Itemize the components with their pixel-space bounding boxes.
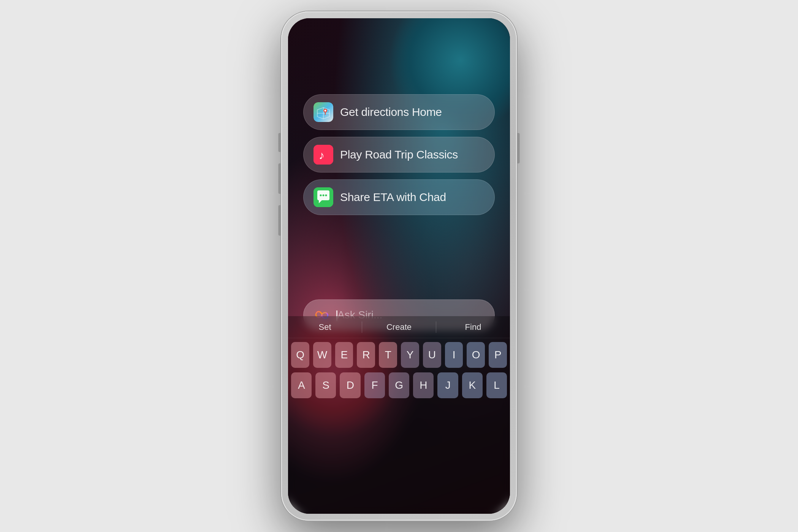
key-j[interactable]: J [437,372,458,398]
suggestion-play-music[interactable]: ♪ Play Road Trip Classics [303,137,495,173]
key-d[interactable]: D [340,372,360,398]
keyboard-keys: Q W E R T Y U I O P A S D F G [288,338,510,398]
suggestion-music-label: Play Road Trip Classics [340,148,458,161]
svg-point-7 [323,195,325,196]
key-t[interactable]: T [379,342,397,368]
key-i[interactable]: I [445,342,463,368]
keyboard-suggestion-set[interactable]: Set [288,316,362,338]
phone-screen: Get directions Home ♪ Play Road Trip Cla… [288,18,510,514]
keyboard-container: Set Create Find Q W E R T Y U I O [288,316,510,514]
phone-device: Get directions Home ♪ Play Road Trip Cla… [281,11,517,521]
keyboard-row-2: A S D F G H J K L [291,372,507,398]
keyboard-suggestions-row: Set Create Find [288,316,510,338]
key-r[interactable]: R [357,342,375,368]
keyboard-suggestion-find[interactable]: Find [436,316,510,338]
music-app-icon: ♪ [314,145,333,165]
key-a[interactable]: A [291,372,312,398]
svg-point-8 [325,195,327,196]
svg-point-2 [325,110,326,112]
mute-switch[interactable] [278,205,281,236]
key-g[interactable]: G [389,372,409,398]
key-u[interactable]: U [423,342,441,368]
key-w[interactable]: W [313,342,331,368]
svg-point-6 [320,195,322,196]
volume-up-button[interactable] [278,133,281,152]
keyboard-suggestion-create[interactable]: Create [362,316,436,338]
volume-down-button[interactable] [278,163,281,194]
key-y[interactable]: Y [401,342,419,368]
key-l[interactable]: L [486,372,507,398]
suggestion-get-directions[interactable]: Get directions Home [303,94,495,130]
maps-app-icon [314,102,333,122]
key-q[interactable]: Q [291,342,309,368]
key-o[interactable]: O [467,342,485,368]
suggestion-share-eta[interactable]: Share ETA with Chad [303,179,495,215]
power-button[interactable] [517,133,520,163]
key-k[interactable]: K [462,372,483,398]
key-s[interactable]: S [315,372,336,398]
key-p[interactable]: P [489,342,507,368]
messages-app-icon [314,187,333,207]
suggestion-directions-label: Get directions Home [340,106,442,119]
svg-text:♪: ♪ [319,149,325,162]
key-e[interactable]: E [335,342,353,368]
keyboard-row-1: Q W E R T Y U I O P [291,342,507,368]
key-f[interactable]: F [364,372,385,398]
key-h[interactable]: H [413,372,434,398]
suggestion-eta-label: Share ETA with Chad [340,191,446,204]
siri-suggestions-list: Get directions Home ♪ Play Road Trip Cla… [303,94,495,215]
